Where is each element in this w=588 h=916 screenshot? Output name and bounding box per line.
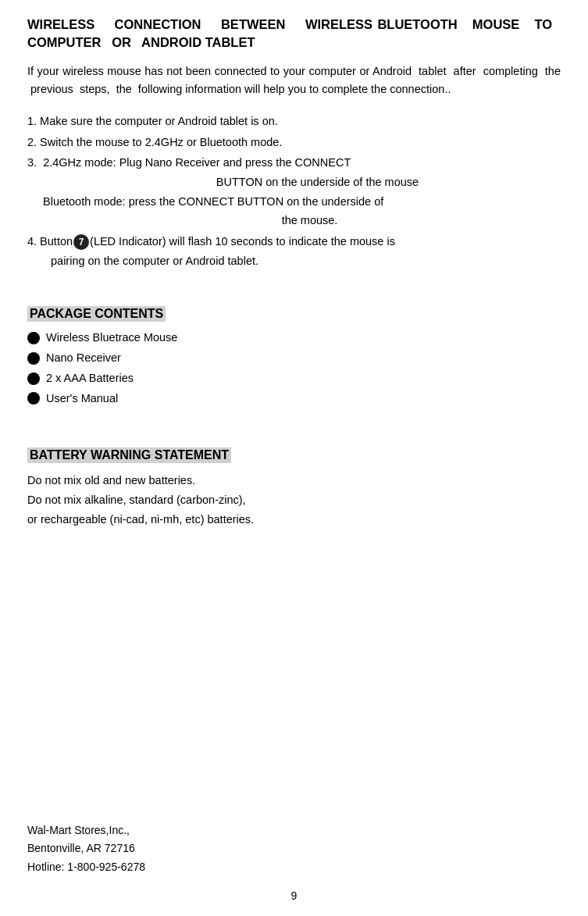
- steps-section: 1. Make sure the computer or Android tab…: [27, 112, 561, 270]
- battery-line-2: Do not mix alkaline, standard (carbon-zi…: [27, 494, 246, 506]
- battery-warning-section: BATTERY WARNING STATEMENT Do not mix old…: [27, 441, 561, 529]
- bullet-icon: [27, 392, 40, 405]
- footer-section: Wal-Mart Stores,Inc., Bentonville, AR 72…: [27, 822, 145, 877]
- battery-warning-text: Do not mix old and new batteries. Do not…: [27, 471, 561, 529]
- package-list: Wireless Bluetrace Mouse Nano Receiver 2…: [27, 330, 561, 407]
- footer-line-2: Bentonville, AR 72716: [27, 842, 135, 854]
- list-item: 2 x AAA Batteries: [27, 370, 561, 387]
- step-3b: Bluetooth mode: press the CONNECT BUTTON…: [43, 195, 383, 208]
- step-2: 2. Switch the mouse to 2.4GHz or Bluetoo…: [27, 133, 561, 152]
- bullet-icon: [27, 372, 40, 385]
- footer-line-3: Hotline: 1-800-925-6278: [27, 861, 145, 873]
- battery-line-1: Do not mix old and new batteries.: [27, 474, 195, 487]
- bullet-icon: [27, 352, 40, 365]
- intro-text: If your wireless mouse has not been conn…: [27, 62, 561, 98]
- step-3a-sub: BUTTON on the underside of the mouse: [74, 173, 561, 192]
- button-7-indicator: 7: [73, 234, 89, 250]
- step-4: 4. Button7(LED Indicator) will flash 10 …: [27, 232, 561, 270]
- package-contents-section: PACKAGE CONTENTS Wireless Bluetrace Mous…: [27, 300, 561, 407]
- page-number: 9: [291, 889, 298, 902]
- footer-line-1: Wal-Mart Stores,Inc.,: [27, 824, 130, 836]
- step-4-sub: pairing on the computer or Android table…: [51, 255, 258, 267]
- step-1: 1. Make sure the computer or Android tab…: [27, 112, 561, 131]
- footer-text: Wal-Mart Stores,Inc., Bentonville, AR 72…: [27, 822, 145, 877]
- step-3: 3. 2.4GHz mode: Plug Nano Receiver and p…: [27, 153, 561, 230]
- battery-warning-heading: BATTERY WARNING STATEMENT: [27, 447, 231, 463]
- step-3b-sub: the mouse.: [59, 211, 561, 230]
- list-item: Wireless Bluetrace Mouse: [27, 330, 561, 347]
- bullet-icon: [27, 332, 40, 344]
- page-content: WIRELESS CONNECTION BETWEEN WIRELESS BLU…: [0, 0, 588, 576]
- battery-line-3: or rechargeable (ni-cad, ni-mh, etc) bat…: [27, 513, 254, 526]
- main-heading: WIRELESS CONNECTION BETWEEN WIRELESS BLU…: [27, 16, 561, 52]
- list-item: User's Manual: [27, 390, 561, 408]
- package-contents-heading: PACKAGE CONTENTS: [27, 306, 166, 322]
- list-item: Nano Receiver: [27, 350, 561, 367]
